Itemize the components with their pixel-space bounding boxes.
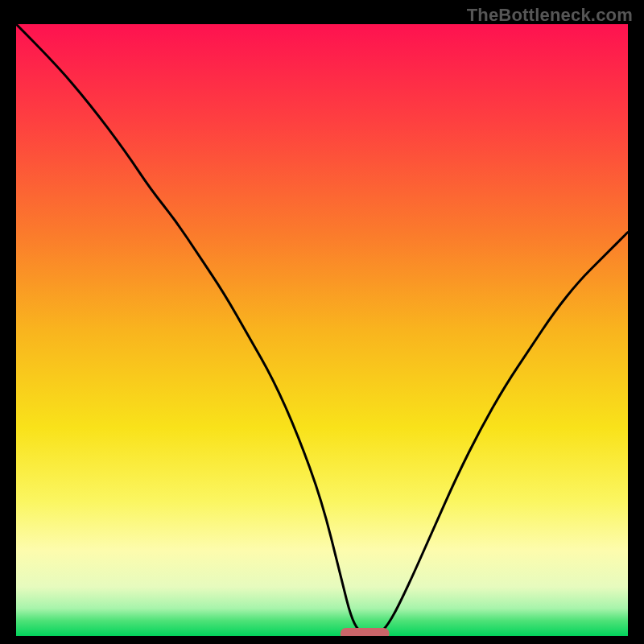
watermark-text: TheBottleneck.com	[467, 5, 633, 26]
chart-frame: TheBottleneck.com	[0, 0, 644, 644]
gradient-background	[16, 24, 628, 636]
optimal-marker	[341, 628, 390, 636]
bottleneck-chart	[16, 24, 628, 636]
